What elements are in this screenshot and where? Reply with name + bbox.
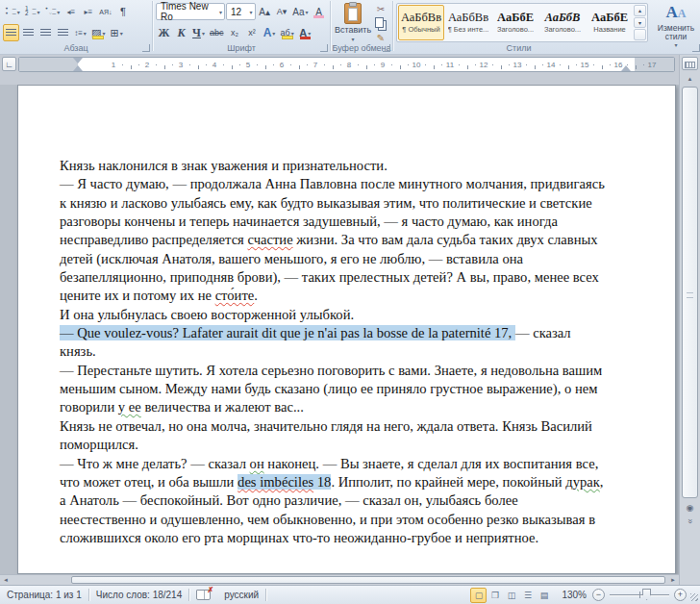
clear-formatting-button[interactable]: А [311, 3, 327, 20]
styles-scroll-up-button[interactable]: ▴ [634, 5, 646, 16]
style-card-0[interactable]: АаБбВв¶ Обычный [398, 5, 444, 40]
underline-button[interactable]: Ч▾ [190, 24, 207, 41]
window-resize-grip[interactable] [690, 593, 698, 601]
horizontal-scrollbar[interactable]: ◄ ► [0, 574, 679, 585]
ruler-dot [340, 64, 341, 65]
zoom-slider-thumb[interactable] [642, 589, 651, 600]
web-layout-view-button[interactable]: ◫ [503, 588, 519, 603]
paste-button[interactable]: Вставить ▾ [334, 3, 372, 42]
ruler-dot [307, 64, 308, 65]
align-right-button[interactable] [38, 24, 54, 41]
outline-view-button[interactable]: ☰ [519, 588, 536, 603]
scroll-right-button[interactable]: ► [667, 575, 679, 585]
vertical-scroll-thumb[interactable] [682, 87, 698, 498]
styles-scroll-down-button[interactable]: ▾ [634, 17, 646, 29]
clear-formatting-icon: А [315, 7, 322, 17]
justify-button[interactable] [55, 24, 71, 41]
subscript-button[interactable]: x₂ [227, 24, 243, 41]
strikethrough-button[interactable]: abc [208, 24, 226, 41]
horizontal-scroll-thumb[interactable] [71, 576, 665, 584]
ruler-tick [535, 65, 536, 69]
shrink-font-button[interactable]: А▾ [274, 3, 290, 20]
misspelled-text: он [250, 456, 264, 471]
increase-indent-button[interactable]: ▸≡ [80, 3, 96, 20]
show-marks-button[interactable]: ¶ [115, 3, 132, 20]
change-case-icon: Аа [292, 7, 304, 17]
text-effects-button[interactable]: А▾ [262, 24, 278, 41]
numbering-button[interactable]: 1 — 2 —▾ [23, 3, 42, 20]
zoom-in-button[interactable]: + [674, 589, 687, 601]
highlight-icon: аб [281, 28, 290, 38]
cut-button[interactable]: ✂ [373, 3, 389, 15]
paragraph-dialog-launcher[interactable] [142, 44, 150, 52]
style-card-3[interactable]: АаБбВЗаголово... [539, 5, 586, 40]
align-center-button[interactable] [20, 24, 37, 41]
font-group-label: Шрифт [153, 43, 330, 53]
proofing-status-button[interactable]: ✗ [189, 586, 217, 604]
document-text[interactable]: Князь наклонился в знак уважения и призн… [60, 157, 605, 547]
zoom-level-label[interactable]: 130% [562, 590, 587, 600]
superscript-button[interactable]: x² [244, 24, 261, 41]
ruler-tick [131, 65, 132, 69]
styles-group-label: Стили [393, 43, 644, 53]
text-line: что может отец, и оба вышли des imbécile… [60, 473, 605, 491]
font-dialog-launcher[interactable] [320, 44, 328, 52]
style-label: ¶ Обычный [402, 25, 439, 35]
hanging-indent-marker[interactable] [73, 65, 83, 71]
ruler-toggle-button[interactable] [682, 57, 698, 70]
horizontal-ruler[interactable]: 1234567891011121314151617 [18, 57, 675, 72]
ruler-number: 16 [614, 61, 623, 69]
style-card-4[interactable]: АаБбЕНазвание [587, 5, 633, 40]
next-page-button[interactable]: » [682, 516, 698, 527]
clipboard-dialog-launcher[interactable] [383, 44, 390, 52]
line-spacing-button[interactable]: ↕≡▾ [72, 24, 88, 41]
sort-button[interactable]: АЯ↓ [97, 3, 113, 20]
selected-text: des imbéciles [238, 474, 313, 490]
misspelled-text: сто́ите [215, 288, 255, 303]
ruler-tick [265, 65, 266, 69]
grow-font-button[interactable]: А▴ [257, 3, 273, 20]
align-left-button[interactable] [3, 24, 19, 41]
underline-icon: Ч [192, 26, 201, 40]
highlight-button[interactable]: аб▾ [279, 24, 296, 41]
ruler-left-margin [19, 58, 78, 71]
ruler-number: 10 [412, 61, 421, 69]
copy-button[interactable] [373, 17, 389, 30]
scroll-up-button[interactable]: ▴ [682, 73, 698, 85]
select-browse-object-button[interactable]: ◉ [682, 502, 698, 514]
font-name-combo[interactable]: Times New Ro▾ [156, 3, 225, 20]
ruler-number: 4 [212, 61, 216, 69]
bullets-button[interactable]: • — • —▾ [3, 3, 22, 20]
strikethrough-icon: abc [210, 28, 224, 38]
language-indicator[interactable]: русский [217, 586, 265, 604]
draft-view-button[interactable]: ▤ [536, 588, 552, 603]
scroll-left-button[interactable]: ◄ [0, 575, 12, 585]
change-styles-button[interactable]: АА Изменить стили ▾ [653, 3, 699, 50]
bold-button[interactable]: Ж [156, 24, 172, 41]
style-card-1[interactable]: АаБбВв¶ Без инте... [445, 5, 491, 40]
fullscreen-reading-view-button[interactable]: ❐ [487, 588, 503, 603]
style-card-2[interactable]: АаБбЕЗаголово... [492, 5, 538, 40]
styles-dialog-launcher[interactable] [692, 44, 700, 52]
vertical-scrollbar[interactable]: ▴ ◉ » [679, 55, 700, 585]
tab-stop-selector[interactable]: ∟ [2, 57, 16, 71]
first-line-indent-marker[interactable] [73, 58, 83, 63]
font-color-button[interactable]: А▾ [297, 24, 313, 41]
zoom-slider[interactable] [610, 589, 669, 601]
page-number-indicator[interactable]: Страница: 1 из 1 [0, 586, 88, 604]
page[interactable]: Князь наклонился в знак уважения и призн… [17, 85, 676, 574]
zoom-out-button[interactable]: − [592, 589, 605, 601]
italic-button[interactable]: К [173, 24, 189, 41]
print-layout-view-button[interactable]: ▢ [470, 588, 487, 603]
decrease-indent-button[interactable]: ◂≡ [62, 3, 79, 20]
ruler-number: 1 [112, 61, 115, 69]
shading-button[interactable]: ▨▾ [89, 24, 107, 41]
ruler-number: 5 [246, 61, 250, 69]
multilevel-list-button[interactable]: • — ◦–▾ [43, 3, 62, 20]
borders-button[interactable]: ⊞▾ [108, 24, 124, 41]
word-count-indicator[interactable]: Число слов: 18/214 [89, 586, 189, 604]
text-run: Князь наклонился в знак уважения и призн… [60, 158, 388, 173]
font-size-combo[interactable]: 12▾ [226, 3, 256, 20]
change-case-button[interactable]: Аа▾ [291, 3, 310, 20]
styles-gallery-more-button[interactable] [634, 29, 646, 40]
